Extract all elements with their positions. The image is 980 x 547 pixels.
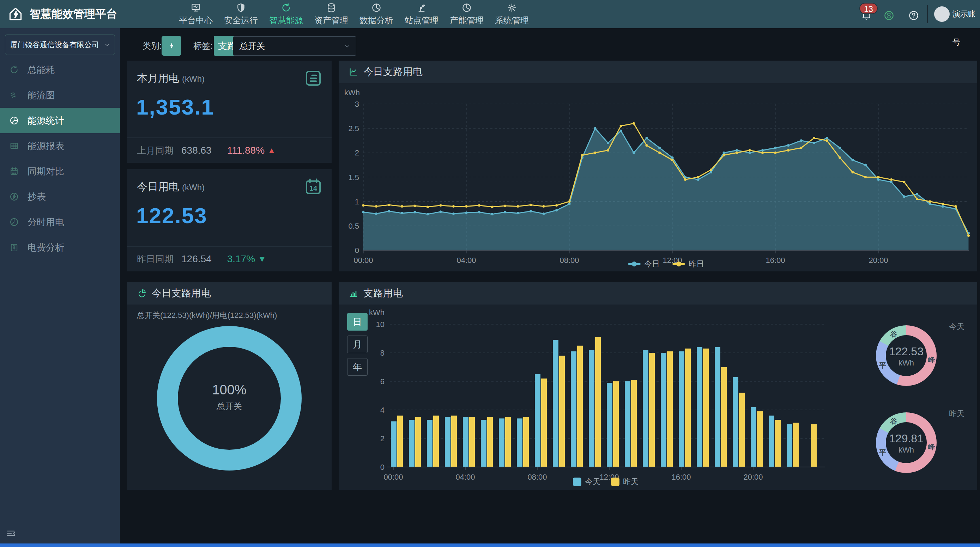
- donut-subtitle: 总开关(122.53)(kWh)/用电(122.53)(kWh): [137, 310, 277, 321]
- flow-icon: [9, 90, 19, 100]
- nav-item-4[interactable]: 资产管理: [309, 0, 354, 28]
- sidebar-item-7[interactable]: 分时用电: [0, 209, 120, 235]
- percent-change: 111.88%: [227, 145, 264, 156]
- nav-item-3[interactable]: 智慧能源: [264, 0, 309, 28]
- database-icon: [326, 2, 337, 13]
- chevron-down-icon: [343, 42, 351, 50]
- svg-text:16:00: 16:00: [765, 256, 785, 265]
- category-label: 类别:: [143, 36, 162, 55]
- nav-item-6[interactable]: 站点管理: [399, 0, 444, 28]
- legend-item-昨日[interactable]: 昨日: [672, 259, 704, 269]
- topbar-divider: [927, 5, 928, 23]
- legend-item-今天[interactable]: 今天: [573, 477, 600, 487]
- card-title: 今日支路用电: [363, 65, 423, 79]
- svg-text:4: 4: [380, 406, 385, 414]
- sidebar-item-3[interactable]: 能源统计: [0, 108, 120, 133]
- trend-down-icon: ▼: [258, 254, 266, 264]
- tag-label: 标签:: [193, 36, 213, 55]
- card-title: 今日用电(kWh): [137, 180, 205, 194]
- svg-text:04:00: 04:00: [457, 256, 476, 265]
- pie-icon: [371, 2, 382, 13]
- sidebar-item-6[interactable]: 抄表: [0, 184, 120, 209]
- trend-up-icon: ▲: [267, 146, 276, 155]
- switch-select[interactable]: 总开关: [233, 36, 356, 55]
- svg-text:00:00: 00:00: [383, 472, 403, 482]
- svg-text:3: 3: [355, 100, 359, 109]
- sidebar-item-1[interactable]: 总能耗: [0, 57, 120, 82]
- company-select[interactable]: 厦门锐谷通信设备有限公司: [5, 35, 115, 55]
- nav-item-5[interactable]: 数据分析: [354, 0, 399, 28]
- svg-text:14: 14: [309, 184, 317, 192]
- energy-dashboard: 智慧能效管理平台 平台中心 安全运行 智慧能源 资产管理 数据分析 站点管理 产…: [0, 0, 980, 547]
- month-compare-row: 上月同期 638.63 111.88% ▲: [127, 138, 332, 163]
- top-bar: 智慧能效管理平台 平台中心 安全运行 智慧能源 资产管理 数据分析 站点管理 产…: [0, 0, 980, 28]
- bar-chart: kWh024681000:0004:0008:0012:0016:0020:00: [339, 304, 977, 492]
- line-chart-legend: 今日昨日: [628, 259, 704, 269]
- account-name[interactable]: 演示账号: [953, 0, 980, 28]
- bar-card-body: 日月年 kWh024681000:0004:0008:0012:0016:002…: [339, 304, 977, 490]
- bar-chart-icon: [348, 288, 358, 298]
- top-nav: 平台中心 安全运行 智慧能源 资产管理 数据分析 站点管理 产能管理 系统管理: [173, 0, 535, 28]
- calendar-14-icon: 14: [303, 177, 323, 197]
- sidebar-item-5[interactable]: 同期对比: [0, 159, 120, 184]
- period-button-日[interactable]: 日: [347, 313, 368, 331]
- svg-text:2.5: 2.5: [348, 124, 359, 133]
- nav-item-2[interactable]: 安全运行: [218, 0, 264, 28]
- svg-text:00:00: 00:00: [353, 256, 373, 265]
- svg-text:0: 0: [355, 246, 359, 255]
- day-usage-value: 122.53: [136, 203, 207, 228]
- svg-text:20:00: 20:00: [743, 472, 763, 482]
- donut-label: 总开关: [157, 401, 302, 412]
- robot-icon: [416, 2, 427, 13]
- recycle-icon: [9, 65, 19, 75]
- svg-text:8: 8: [380, 349, 385, 357]
- today-branch-donut-card: 今日支路用电 总开关(122.53)(kWh)/用电(122.53)(kWh) …: [127, 282, 332, 490]
- svg-text:kWh: kWh: [344, 88, 360, 97]
- table-icon: [9, 141, 19, 151]
- today-total: 122.53: [876, 345, 937, 358]
- total-switch-donut: 100% 总开关: [157, 326, 302, 471]
- sidebar-collapse-icon[interactable]: [6, 528, 16, 539]
- day-usage-card: 今日用电(kWh) 14 122.53 昨日同期 126.54 3.17% ▼: [127, 169, 332, 271]
- percent-change: 3.17%: [227, 254, 255, 265]
- line-chart: kWh00.511.522.5300:0004:0008:0012:0016:0…: [339, 83, 977, 273]
- svg-text:6: 6: [380, 377, 385, 386]
- today-tou-donut: 谷 峰 平 122.53 kWh: [876, 325, 937, 386]
- help-icon[interactable]: [908, 10, 920, 21]
- branch-usage-bar-card: 支路用电 日月年 kWh024681000:0004:0008:0012:001…: [339, 282, 977, 490]
- svg-text:08:00: 08:00: [560, 256, 579, 265]
- svg-text:0: 0: [380, 463, 385, 472]
- shield-icon: [235, 2, 246, 13]
- app-title: 智慧能效管理平台: [30, 0, 117, 28]
- svg-text:04:00: 04:00: [455, 472, 475, 482]
- card-title: 支路用电: [363, 287, 403, 300]
- yesterday-tag: 昨天: [949, 409, 964, 419]
- line-chart-body: kWh00.511.522.5300:0004:0008:0012:0016:0…: [339, 83, 977, 271]
- sidebar-item-4[interactable]: 能源报表: [0, 133, 120, 159]
- avatar[interactable]: [934, 6, 950, 22]
- today-branch-line-card: 今日支路用电 kWh00.511.522.5300:0004:0008:0012…: [339, 60, 977, 271]
- period-button-月[interactable]: 月: [347, 336, 368, 353]
- yen-icon: [9, 243, 19, 252]
- nav-item-1[interactable]: 平台中心: [173, 0, 218, 28]
- nav-item-7[interactable]: 产能管理: [444, 0, 489, 28]
- pie-chart-icon: [137, 288, 147, 298]
- platform-icon: [191, 2, 201, 13]
- calendar-icon: [9, 166, 19, 176]
- period-button-年[interactable]: 年: [347, 358, 368, 376]
- svg-text:16:00: 16:00: [671, 472, 691, 482]
- svg-text:20:00: 20:00: [869, 256, 888, 265]
- sidebar-item-2[interactable]: 能流图: [0, 82, 120, 108]
- legend-item-昨天[interactable]: 昨天: [611, 477, 638, 487]
- link-status-icon[interactable]: [883, 10, 895, 21]
- bottom-scrollbar[interactable]: [0, 544, 980, 547]
- legend-item-今日[interactable]: 今日: [628, 259, 660, 269]
- today-tag: 今天: [949, 322, 964, 332]
- recycle-icon: [281, 2, 291, 13]
- yesterday-tou-donut: 谷 峰 平 129.81 kWh: [876, 412, 937, 473]
- sidebar-item-8[interactable]: 电费分析: [0, 235, 120, 260]
- yesterday-total: 129.81: [876, 432, 937, 445]
- nav-item-8[interactable]: 系统管理: [489, 0, 535, 28]
- category-electric-button[interactable]: [162, 36, 181, 55]
- bolt-icon: [166, 41, 177, 51]
